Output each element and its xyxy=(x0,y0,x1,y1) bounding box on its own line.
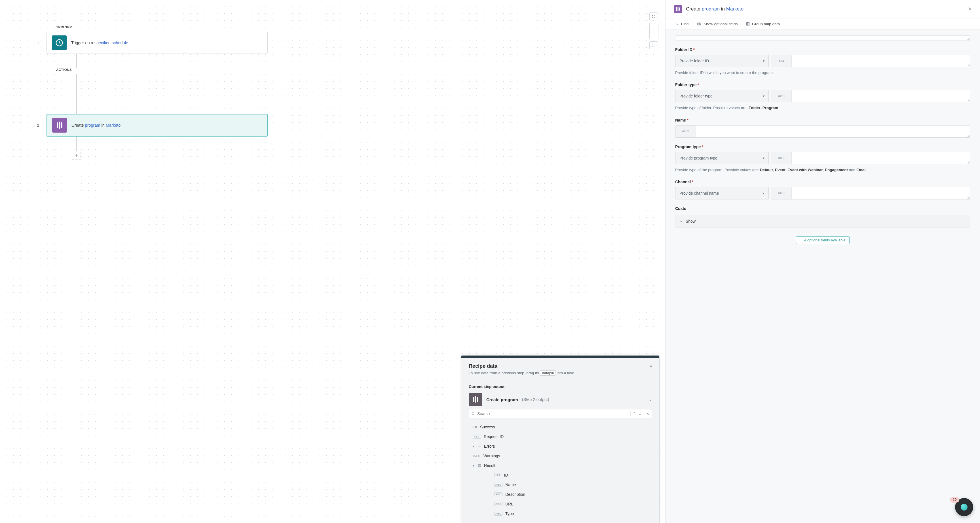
add-step-button[interactable]: + xyxy=(72,151,81,160)
toggle-icon xyxy=(473,426,477,428)
channel-label: Channel* xyxy=(675,180,970,184)
abc-type-icon: ABC xyxy=(494,492,503,496)
search-icon xyxy=(675,22,679,26)
program-link[interactable]: program xyxy=(85,123,100,127)
zoom-in-button[interactable]: + xyxy=(650,23,658,31)
trigger-schedule-link[interactable]: specified schedule xyxy=(94,41,128,45)
folder-id-input[interactable]: 123 xyxy=(771,55,970,67)
tree-item-result[interactable]: ▾ Result xyxy=(469,461,652,470)
folder-type-label: Folder type* xyxy=(675,82,970,87)
caret-right-icon: ▸ xyxy=(473,445,474,448)
tree-item-request-id[interactable]: ABC Request ID xyxy=(469,432,652,441)
search-clear-icon[interactable]: ✕ xyxy=(646,412,649,416)
tree-item-id[interactable]: 123 ID xyxy=(469,470,652,480)
search-icon xyxy=(471,412,475,415)
config-title: Create program in Marketo xyxy=(686,6,743,12)
svg-point-5 xyxy=(699,24,700,25)
zoom-out-button[interactable]: − xyxy=(650,31,658,39)
recipe-data-title: Recipe data xyxy=(469,363,652,369)
folder-id-helper: Provide folder ID in which you want to c… xyxy=(675,70,970,76)
svg-rect-6 xyxy=(747,23,748,25)
action-step-selected[interactable]: Create program in Marketo xyxy=(46,114,268,136)
abc-type-icon: ABC xyxy=(494,483,503,487)
name-label: Name* xyxy=(675,118,970,122)
step-number: 2 xyxy=(34,123,39,127)
program-type-input[interactable]: ABC xyxy=(771,152,970,164)
plus-icon: + xyxy=(800,238,802,242)
caret-down-icon: ▾ xyxy=(473,464,474,468)
tree-item-success[interactable]: Success xyxy=(469,422,652,432)
folder-type-helper: Provide type of folder. Possible values … xyxy=(675,105,970,111)
program-link[interactable]: program xyxy=(702,6,720,12)
svg-point-2 xyxy=(473,426,475,428)
output-header[interactable]: Create program (Step 2 output) ⌄ xyxy=(469,393,652,409)
marketo-icon xyxy=(469,393,482,406)
program-type-label: Program type* xyxy=(675,144,970,149)
costs-show-button[interactable]: ▸ Show xyxy=(675,215,970,228)
recipe-canvas[interactable]: + − TRIGGER 1 Trigger on a specified sch… xyxy=(0,0,665,523)
trigger-step-label: Trigger on a specified schedule xyxy=(71,41,128,45)
channel-select[interactable]: Provide channel name▾ xyxy=(675,187,769,200)
tree-item-name[interactable]: ABC Name xyxy=(469,480,652,490)
current-step-output-label: Current step output xyxy=(469,385,652,389)
abc-type-icon: ABC xyxy=(771,90,792,102)
name-input[interactable]: ABC xyxy=(675,125,970,138)
prev-field-sliver xyxy=(675,35,970,41)
optional-fields-button[interactable]: + 4 optional fields available xyxy=(796,236,850,244)
trigger-step[interactable]: Trigger on a specified schedule xyxy=(46,32,268,54)
close-panel-button[interactable]: × xyxy=(968,5,972,13)
chevron-down-icon: ▾ xyxy=(763,59,765,63)
step-number: 1 xyxy=(34,41,39,45)
marketo-link[interactable]: Marketo xyxy=(726,6,743,12)
abc-type-icon: ABC xyxy=(494,512,503,516)
folder-id-label: Folder ID* xyxy=(675,47,970,52)
marketo-icon xyxy=(674,5,682,13)
tree-item-url[interactable]: ABC URL xyxy=(469,499,652,509)
abc-type-icon: ABC xyxy=(473,434,481,439)
datapill-search[interactable]: ⌃ ⌄ ✕ xyxy=(469,409,652,418)
fit-to-screen-button[interactable] xyxy=(649,41,658,49)
search-prev-icon[interactable]: ⌃ xyxy=(633,412,636,416)
channel-input[interactable]: ABC xyxy=(771,187,970,200)
tree-item-type[interactable]: ABC Type xyxy=(469,509,652,518)
search-next-icon[interactable]: ⌄ xyxy=(638,412,641,416)
marketo-link[interactable]: Marketo xyxy=(106,123,121,127)
num-type-icon: 123 xyxy=(494,473,501,477)
abc-type-icon: ABC xyxy=(771,152,792,164)
num-type-icon: 123 xyxy=(771,55,792,67)
find-button[interactable]: Find xyxy=(675,22,689,26)
program-type-select[interactable]: Provide program type▾ xyxy=(675,152,769,164)
actions-heading: ACTIONS xyxy=(56,68,289,71)
help-fab[interactable]: 19 xyxy=(955,498,973,516)
output-step-meta: (Step 2 output) xyxy=(522,397,549,402)
folder-type-input[interactable]: ABC xyxy=(771,90,970,102)
datapill-chip: datapill xyxy=(540,370,555,376)
chevron-down-icon: ▾ xyxy=(763,191,765,195)
tree-item-warnings[interactable]: [ABC] Warnings xyxy=(469,451,652,461)
clock-icon xyxy=(52,35,67,50)
trigger-heading: TRIGGER xyxy=(56,25,289,29)
collapse-panel-icon[interactable] xyxy=(649,364,653,368)
folder-id-select[interactable]: Provide folder ID▾ xyxy=(675,55,769,67)
list-icon xyxy=(477,445,481,448)
list-icon xyxy=(477,464,481,467)
folder-type-select[interactable]: Provide folder type▾ xyxy=(675,90,769,102)
undo-button[interactable] xyxy=(649,13,658,21)
svg-rect-7 xyxy=(748,23,749,25)
svg-point-1 xyxy=(472,412,474,415)
abc-type-icon: ABC xyxy=(771,187,792,199)
output-step-name: Create program xyxy=(486,397,518,402)
eye-icon xyxy=(697,22,701,26)
config-panel: Create program in Marketo × Find Show op… xyxy=(665,0,980,523)
show-optional-button[interactable]: Show optional fields xyxy=(697,22,738,26)
action-step-label: Create program in Marketo xyxy=(72,123,121,127)
tree-item-description[interactable]: ABC Description xyxy=(469,490,652,499)
group-map-button[interactable]: Group map data xyxy=(746,22,780,26)
output-tree: Success ABC Request ID ▸ Errors [ xyxy=(469,422,652,518)
chevron-down-icon: ▾ xyxy=(763,94,765,98)
search-input[interactable] xyxy=(477,411,628,416)
chevron-down-icon[interactable]: ⌄ xyxy=(649,397,652,402)
tree-item-errors[interactable]: ▸ Errors xyxy=(469,441,652,451)
caret-right-icon: ▸ xyxy=(681,219,682,223)
map-icon xyxy=(746,22,750,26)
